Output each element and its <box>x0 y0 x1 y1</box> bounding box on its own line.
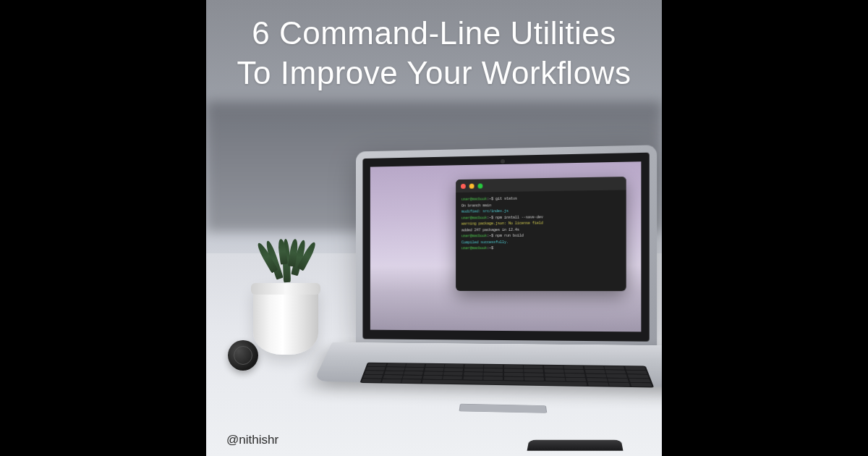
smartphone-prop <box>527 440 624 451</box>
minimize-icon <box>469 183 475 188</box>
maximize-icon <box>477 183 482 188</box>
author-handle: @nithishr <box>226 433 278 447</box>
plant-decoration <box>246 261 326 355</box>
social-card-image: 6 Command-Line Utilities To Improve Your… <box>206 0 662 456</box>
laptop: user@macbook:~$ git status On branch mai… <box>332 144 662 427</box>
title-line-1: 6 Command-Line Utilities <box>252 15 616 51</box>
terminal-output: user@macbook:~$ git status On branch mai… <box>456 190 626 256</box>
keyboard <box>359 363 654 388</box>
laptop-display: user@macbook:~$ git status On branch mai… <box>370 161 642 332</box>
close-icon <box>461 183 466 188</box>
article-title: 6 Command-Line Utilities To Improve Your… <box>206 13 662 93</box>
terminal-window: user@macbook:~$ git status On branch mai… <box>456 177 626 291</box>
trackpad <box>459 404 548 413</box>
white-pot <box>253 286 318 355</box>
title-line-2: To Improve Your Workflows <box>237 55 631 90</box>
